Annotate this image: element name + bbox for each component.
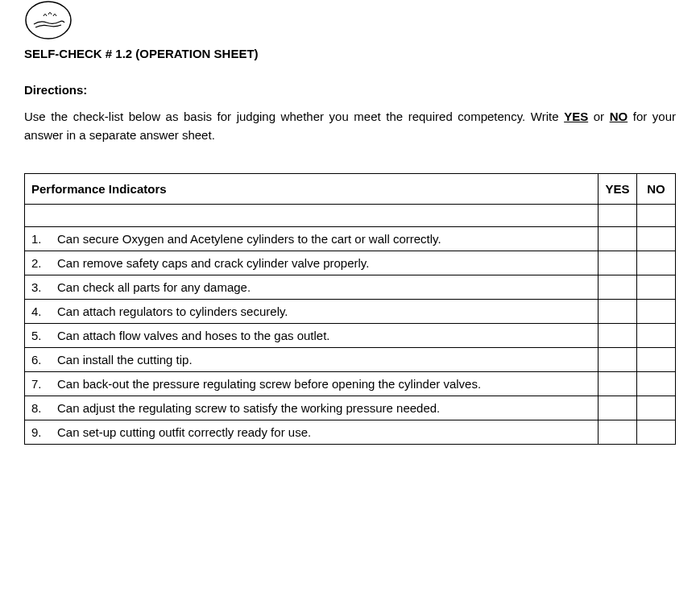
indicator-cell: 1.Can secure Oxygen and Acetylene cylind… bbox=[25, 227, 599, 251]
row-number: 1. bbox=[31, 232, 51, 246]
sheet-title: SELF-CHECK # 1.2 (OPERATION SHEET) bbox=[24, 47, 676, 60]
spacer-row bbox=[25, 205, 676, 227]
indicator-cell: 9.Can set-up cutting outfit correctly re… bbox=[25, 420, 599, 445]
table-row: 8.Can adjust the regulating screw to sat… bbox=[25, 396, 676, 420]
row-text: Can adjust the regulating screw to satis… bbox=[51, 401, 591, 415]
row-number: 3. bbox=[31, 280, 51, 294]
indicator-cell: 8.Can adjust the regulating screw to sat… bbox=[25, 396, 599, 420]
hand-logo-icon bbox=[24, 0, 72, 40]
table-row: 6.Can install the cutting tip. bbox=[25, 348, 676, 372]
row-text: Can install the cutting tip. bbox=[51, 353, 591, 367]
directions-pre: Use the check-list below as basis for ju… bbox=[24, 110, 564, 123]
row-text: Can remove safety caps and crack cylinde… bbox=[51, 256, 591, 270]
row-number: 9. bbox=[31, 425, 51, 439]
row-number: 8. bbox=[31, 401, 51, 415]
yes-underlined: YES bbox=[564, 110, 588, 123]
table-row: 3.Can check all parts for any damage. bbox=[25, 275, 676, 300]
yes-cell bbox=[599, 227, 637, 251]
no-cell bbox=[637, 251, 676, 275]
row-number: 6. bbox=[31, 353, 51, 367]
row-text: Can attach flow valves and hoses to the … bbox=[51, 329, 591, 342]
no-underlined: NO bbox=[610, 110, 628, 123]
directions-label: Directions: bbox=[24, 83, 676, 97]
checklist-table: Performance Indicators YES NO 1.Can secu… bbox=[24, 173, 676, 445]
table-row: 7.Can back-out the pressure regulating s… bbox=[25, 372, 676, 396]
indicator-cell: 4.Can attach regulators to cylinders sec… bbox=[25, 300, 599, 324]
no-cell bbox=[637, 420, 676, 445]
table-header-row: Performance Indicators YES NO bbox=[25, 174, 676, 205]
row-number: 2. bbox=[31, 256, 51, 270]
spacer-cell bbox=[25, 205, 599, 227]
row-text: Can back-out the pressure regulating scr… bbox=[51, 377, 591, 391]
table-row: 1.Can secure Oxygen and Acetylene cylind… bbox=[25, 227, 676, 251]
row-number: 5. bbox=[31, 329, 51, 342]
yes-cell bbox=[599, 396, 637, 420]
spacer-yes bbox=[599, 205, 637, 227]
row-number: 4. bbox=[31, 304, 51, 318]
no-cell bbox=[637, 396, 676, 420]
table-row: 4.Can attach regulators to cylinders sec… bbox=[25, 300, 676, 324]
no-cell bbox=[637, 324, 676, 348]
row-number: 7. bbox=[31, 377, 51, 391]
table-row: 2.Can remove safety caps and crack cylin… bbox=[25, 251, 676, 275]
indicator-cell: 5.Can attach flow valves and hoses to th… bbox=[25, 324, 599, 348]
directions-or: or bbox=[588, 110, 610, 123]
no-cell bbox=[637, 348, 676, 372]
no-cell bbox=[637, 372, 676, 396]
yes-cell bbox=[599, 251, 637, 275]
yes-cell bbox=[599, 300, 637, 324]
spacer-no bbox=[637, 205, 676, 227]
header-no: NO bbox=[637, 174, 676, 205]
yes-cell bbox=[599, 420, 637, 445]
yes-cell bbox=[599, 324, 637, 348]
directions-text: Use the check-list below as basis for ju… bbox=[24, 108, 676, 144]
table-row: 5.Can attach flow valves and hoses to th… bbox=[25, 324, 676, 348]
row-text: Can attach regulators to cylinders secur… bbox=[51, 304, 591, 318]
no-cell bbox=[637, 275, 676, 300]
no-cell bbox=[637, 300, 676, 324]
indicator-cell: 7.Can back-out the pressure regulating s… bbox=[25, 372, 599, 396]
indicator-cell: 3.Can check all parts for any damage. bbox=[25, 275, 599, 300]
yes-cell bbox=[599, 372, 637, 396]
yes-cell bbox=[599, 348, 637, 372]
table-row: 9.Can set-up cutting outfit correctly re… bbox=[25, 420, 676, 445]
row-text: Can set-up cutting outfit correctly read… bbox=[51, 425, 591, 439]
no-cell bbox=[637, 227, 676, 251]
svg-point-0 bbox=[26, 2, 71, 39]
header-indicators: Performance Indicators bbox=[25, 174, 599, 205]
row-text: Can secure Oxygen and Acetylene cylinder… bbox=[51, 232, 591, 246]
indicator-cell: 2.Can remove safety caps and crack cylin… bbox=[25, 251, 599, 275]
indicator-cell: 6.Can install the cutting tip. bbox=[25, 348, 599, 372]
row-text: Can check all parts for any damage. bbox=[51, 280, 591, 294]
yes-cell bbox=[599, 275, 637, 300]
header-yes: YES bbox=[599, 174, 637, 205]
